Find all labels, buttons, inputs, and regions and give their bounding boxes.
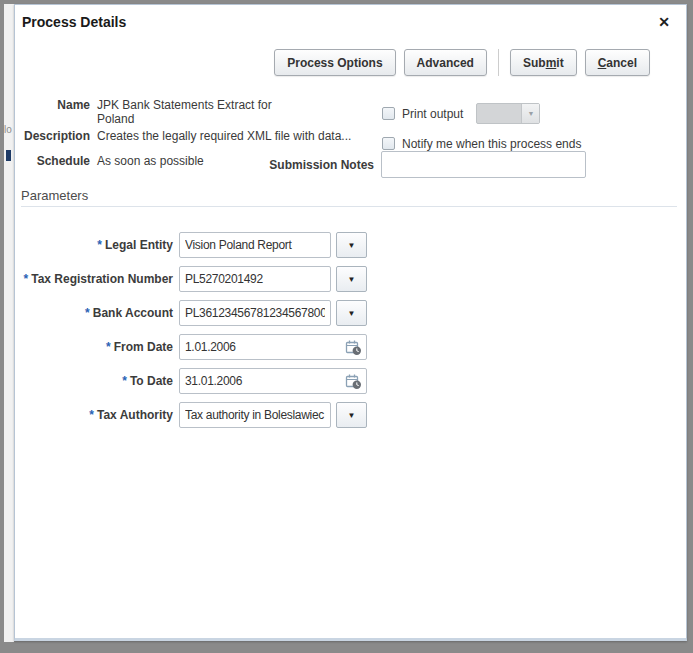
print-destination-select: ▼ bbox=[476, 103, 540, 124]
submission-notes-input[interactable] bbox=[381, 151, 586, 178]
submission-notes-label: Submission Notes bbox=[175, 158, 374, 172]
background-mark bbox=[6, 150, 11, 161]
submit-button[interactable]: Submit bbox=[510, 49, 577, 76]
close-icon[interactable]: ✕ bbox=[655, 13, 673, 31]
tax-authority-label: Tax Authority bbox=[97, 408, 173, 422]
dialog-toolbar: Process Options Advanced Submit Cancel bbox=[274, 49, 650, 76]
notify-label: Notify me when this process ends bbox=[402, 137, 581, 151]
required-marker: * bbox=[122, 374, 127, 388]
to-date-input[interactable] bbox=[179, 368, 367, 394]
chevron-down-icon: ▼ bbox=[521, 104, 539, 123]
info-row-description: Description Creates the legally required… bbox=[21, 129, 371, 143]
tax-registration-number-input[interactable] bbox=[179, 266, 331, 292]
submit-label-pre: Sub bbox=[523, 56, 546, 70]
name-value: JPK Bank Statements Extract for Poland bbox=[97, 98, 280, 126]
description-value: Creates the legally required XML file wi… bbox=[97, 129, 351, 143]
tax-authority-dropdown-button[interactable]: ▼ bbox=[336, 402, 367, 428]
info-row-name: Name JPK Bank Statements Extract for Pol… bbox=[21, 98, 371, 126]
bank-account-dropdown-button[interactable]: ▼ bbox=[336, 300, 367, 326]
bank-account-label: Bank Account bbox=[93, 306, 173, 320]
required-marker: * bbox=[97, 238, 102, 252]
legal-entity-dropdown-button[interactable]: ▼ bbox=[336, 232, 367, 258]
cancel-button[interactable]: Cancel bbox=[585, 49, 650, 76]
cancel-label-mnemonic: C bbox=[598, 56, 607, 70]
bank-account-input[interactable] bbox=[179, 300, 331, 326]
dialog-title: Process Details bbox=[22, 14, 126, 30]
legal-entity-input[interactable] bbox=[179, 232, 331, 258]
name-label: Name bbox=[21, 98, 97, 126]
chevron-down-icon: ▼ bbox=[348, 411, 356, 420]
required-marker: * bbox=[89, 408, 94, 422]
date-picker-icon[interactable] bbox=[345, 373, 362, 390]
required-marker: * bbox=[85, 306, 90, 320]
print-output-checkbox[interactable] bbox=[382, 107, 395, 120]
from-date-row: *From Date bbox=[21, 334, 367, 360]
to-date-row: *To Date bbox=[21, 368, 367, 394]
description-label: Description bbox=[21, 129, 97, 143]
required-marker: * bbox=[24, 272, 29, 286]
legal-entity-row: *Legal Entity ▼ bbox=[21, 232, 367, 258]
tax-registration-number-dropdown-button[interactable]: ▼ bbox=[336, 266, 367, 292]
process-options-button[interactable]: Process Options bbox=[274, 49, 395, 76]
submit-label-mnemonic: m bbox=[546, 56, 557, 70]
required-marker: * bbox=[106, 340, 111, 354]
parameters-form: *Legal Entity ▼ *Tax Registration Number… bbox=[21, 232, 367, 436]
date-picker-icon[interactable] bbox=[345, 339, 362, 356]
background-text-fragment: lo bbox=[4, 124, 12, 135]
process-details-dialog: Process Details ✕ Process Options Advanc… bbox=[14, 4, 687, 641]
bank-account-row: *Bank Account ▼ bbox=[21, 300, 367, 326]
advanced-button[interactable]: Advanced bbox=[404, 49, 487, 76]
parameters-divider bbox=[21, 206, 677, 207]
print-output-label: Print output bbox=[402, 107, 463, 121]
submission-notes-row: Submission Notes bbox=[175, 151, 586, 178]
chevron-down-icon: ▼ bbox=[348, 241, 356, 250]
background-page-sliver: lo bbox=[4, 4, 14, 642]
toolbar-separator bbox=[498, 49, 499, 76]
schedule-label: Schedule bbox=[21, 154, 97, 168]
tax-authority-input[interactable] bbox=[179, 402, 331, 428]
from-date-input[interactable] bbox=[179, 334, 367, 360]
chevron-down-icon: ▼ bbox=[348, 309, 356, 318]
output-options: Print output ▼ Notify me when this proce… bbox=[382, 103, 682, 154]
legal-entity-label: Legal Entity bbox=[105, 238, 173, 252]
submit-label-post: it bbox=[556, 56, 563, 70]
tax-authority-row: *Tax Authority ▼ bbox=[21, 402, 367, 428]
screen: { "backdrop": { "fragment_text": "lo" },… bbox=[0, 0, 693, 653]
tax-registration-number-row: *Tax Registration Number ▼ bbox=[21, 266, 367, 292]
tax-registration-number-label: Tax Registration Number bbox=[31, 272, 173, 286]
print-output-row: Print output ▼ bbox=[382, 103, 682, 124]
chevron-down-icon: ▼ bbox=[348, 275, 356, 284]
to-date-label: To Date bbox=[130, 374, 173, 388]
cancel-label-post: ancel bbox=[606, 56, 637, 70]
from-date-label: From Date bbox=[114, 340, 173, 354]
notify-checkbox[interactable] bbox=[382, 137, 395, 150]
parameters-section-label: Parameters bbox=[21, 188, 88, 203]
